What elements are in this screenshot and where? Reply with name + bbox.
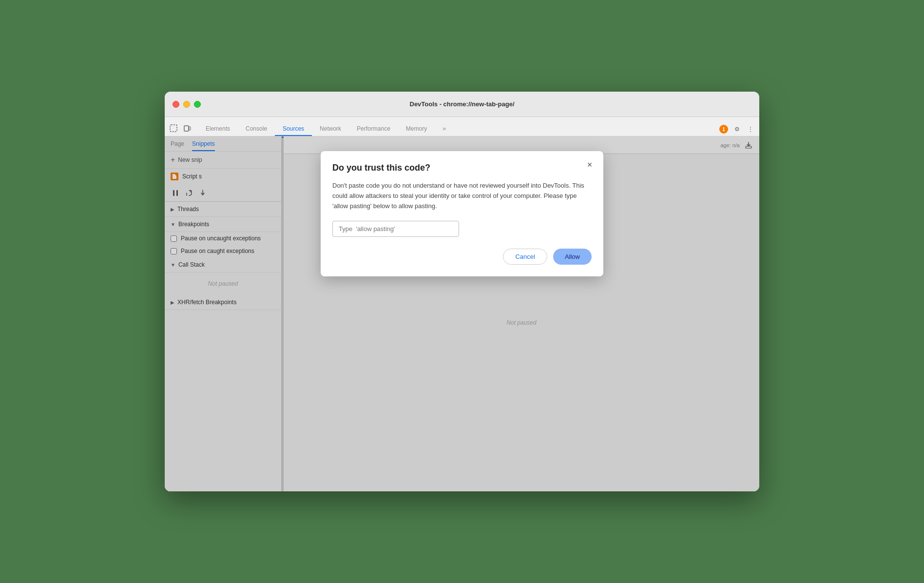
tab-network[interactable]: Network	[312, 122, 349, 136]
dialog-title: Do you trust this code?	[332, 163, 592, 173]
tab-elements[interactable]: Elements	[198, 122, 238, 136]
device-icon[interactable]	[182, 123, 192, 133]
tab-bar-right: 1 ⚙ ⋮	[719, 124, 755, 136]
gear-icon[interactable]: ⚙	[732, 124, 742, 134]
devtools-body: Elements Console Sources Network Perform…	[165, 117, 759, 491]
main-content: Page Snippets + New snip Script s	[165, 136, 759, 491]
traffic-lights	[173, 101, 201, 108]
tab-bar: Elements Console Sources Network Perform…	[165, 117, 759, 136]
cancel-button[interactable]: Cancel	[503, 249, 547, 265]
more-options-icon[interactable]: ⋮	[746, 124, 755, 134]
dialog-close-button[interactable]: ×	[584, 159, 596, 171]
tab-more[interactable]: »	[435, 122, 454, 136]
window-title: DevTools - chrome://new-tab-page/	[409, 100, 514, 108]
notification-badge: 1	[719, 125, 728, 134]
tab-sources[interactable]: Sources	[275, 122, 312, 136]
svg-rect-2	[189, 127, 191, 130]
tab-console[interactable]: Console	[238, 122, 275, 136]
tab-performance[interactable]: Performance	[349, 122, 398, 136]
svg-rect-1	[184, 126, 189, 131]
tab-memory[interactable]: Memory	[398, 122, 435, 136]
maximize-button[interactable]	[194, 101, 201, 108]
cursor-icon[interactable]	[169, 123, 178, 133]
minimize-button[interactable]	[183, 101, 190, 108]
allow-button[interactable]: Allow	[553, 249, 592, 265]
svg-rect-0	[170, 125, 177, 132]
dialog-overlay: × Do you trust this code? Don't paste co…	[165, 136, 759, 491]
trust-dialog: × Do you trust this code? Don't paste co…	[321, 151, 603, 276]
titlebar: DevTools - chrome://new-tab-page/	[165, 92, 759, 117]
dialog-body: Don't paste code you do not understand o…	[332, 181, 592, 211]
devtools-window: DevTools - chrome://new-tab-page/	[165, 92, 759, 491]
close-button[interactable]	[173, 101, 179, 108]
tab-bar-icons	[169, 123, 192, 136]
allow-pasting-input[interactable]	[332, 221, 459, 237]
dialog-buttons: Cancel Allow	[332, 249, 592, 265]
